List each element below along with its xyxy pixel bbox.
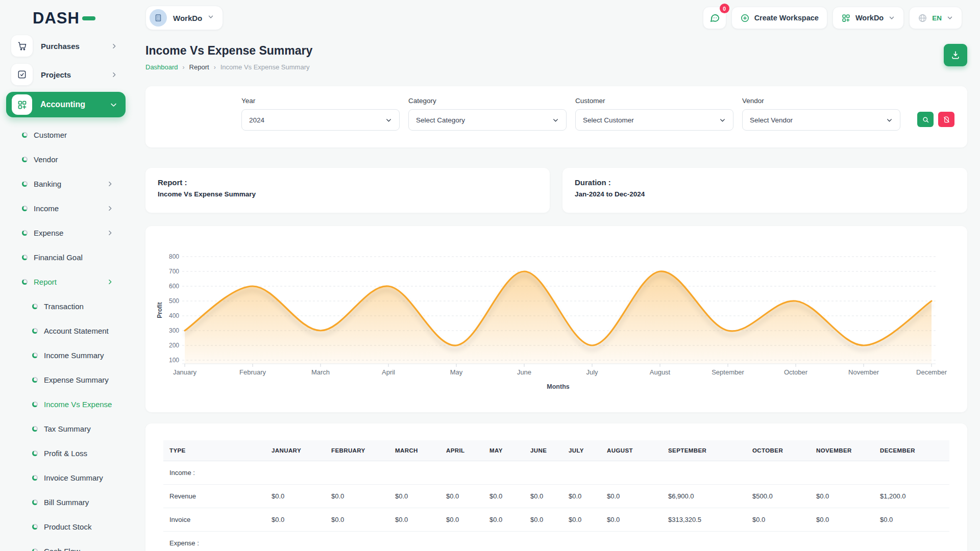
filter-category-select[interactable]: Select Category: [408, 109, 567, 131]
cell-value: $0.0: [440, 485, 483, 508]
language-selector[interactable]: EN: [909, 7, 962, 29]
sidebar-item-banking[interactable]: Banking: [0, 171, 126, 196]
sidebar-item-product-stock[interactable]: Product Stock: [0, 514, 126, 539]
cell-value: $0.0: [562, 508, 601, 532]
download-report-button[interactable]: [944, 44, 967, 66]
sidebar-item-purchases[interactable]: Purchases: [6, 35, 126, 57]
workspace-menu-button[interactable]: WorkDo: [832, 7, 904, 29]
chevron-right-icon: [107, 230, 113, 236]
chevron-right-icon: [111, 43, 117, 49]
bullet-icon: [32, 353, 38, 358]
chevron-down-icon: [385, 117, 392, 123]
chevron-right-icon: [107, 205, 113, 212]
sidebar-item-report[interactable]: Report: [0, 269, 126, 294]
sidebar-item-projects[interactable]: Projects: [6, 63, 126, 86]
sidebar-item-expense-summary[interactable]: Expense Summary: [0, 367, 126, 392]
language-code: EN: [932, 14, 942, 22]
breadcrumb-dashboard[interactable]: Dashboard: [145, 63, 178, 71]
sidebar-item-customer[interactable]: Customer: [0, 122, 126, 147]
filter-label-category: Category: [408, 97, 567, 105]
cell-value: $0.0: [325, 485, 389, 508]
sidebar-item-financial-goal[interactable]: Financial Goal: [0, 245, 126, 269]
apply-filter-button[interactable]: [917, 112, 934, 127]
sidebar-item-label: Transaction: [44, 302, 126, 311]
topbar-actions: 0 Create Workspace WorkDo EN: [703, 7, 962, 29]
breadcrumb-report[interactable]: Report: [189, 63, 209, 71]
table-header-row: TYPEJANUARYFEBRUARYMARCHAPRILMAYJUNEJULY…: [163, 440, 949, 461]
workspace-switcher[interactable]: WorkDo: [145, 6, 223, 30]
logo-dash-accent: [82, 16, 95, 20]
svg-text:800: 800: [169, 253, 179, 260]
svg-text:600: 600: [169, 283, 179, 290]
sidebar-item-invoice-summary[interactable]: Invoice Summary: [0, 465, 126, 490]
grid-plus-icon: [841, 13, 851, 23]
filter-year-select[interactable]: 2024: [241, 109, 400, 131]
page-title: Income Vs Expense Summary: [145, 44, 312, 58]
bullet-icon: [32, 377, 38, 383]
bullet-icon: [32, 328, 38, 334]
svg-text:March: March: [311, 368, 330, 376]
row-label: Invoice: [163, 508, 265, 532]
sidebar-item-expense[interactable]: Expense: [0, 220, 126, 245]
dash-logo: DASH: [33, 9, 133, 28]
sidebar-item-income-vs-expense[interactable]: Income Vs Expense: [0, 392, 126, 416]
page-header: Income Vs Expense Summary Dashboard›Repo…: [145, 44, 967, 71]
sidebar-item-label: Cash Flow: [44, 547, 126, 551]
reset-filter-button[interactable]: [938, 112, 954, 127]
filter-vendor-select[interactable]: Select Vendor: [742, 109, 900, 131]
section-label: Income :: [163, 461, 949, 485]
column-header: OCTOBER: [746, 440, 810, 461]
cell-value: $0.0: [601, 485, 662, 508]
cell-value: $0.0: [524, 485, 562, 508]
summary-cards: Report : Income Vs Expense Summary Durat…: [145, 168, 967, 213]
column-header: AUGUST: [601, 440, 662, 461]
sidebar-item-profit-loss[interactable]: Profit & Loss: [0, 441, 126, 465]
table-section-row: Income :: [163, 461, 949, 485]
sidebar-item-label: Purchases: [41, 42, 111, 51]
duration-summary-card: Duration : Jan-2024 to Dec-2024: [562, 168, 967, 213]
main-content: WorkDo 0 Create Workspace WorkDo: [145, 0, 967, 551]
breadcrumb-income-vs-expense-summary: Income Vs Expense Summary: [220, 63, 310, 71]
filter-actions: [917, 112, 954, 131]
svg-text:April: April: [382, 368, 395, 376]
sidebar-item-bill-summary[interactable]: Bill Summary: [0, 490, 126, 514]
cell-value: $0.0: [325, 508, 389, 532]
sidebar-item-cash-flow[interactable]: Cash Flow: [0, 539, 126, 551]
table-row: Invoice$0.0$0.0$0.0$0.0$0.0$0.0$0.0$0.0$…: [163, 508, 949, 532]
logo-text: DASH: [33, 9, 80, 28]
sidebar-item-transaction[interactable]: Transaction: [0, 294, 126, 318]
sidebar-menu: Purchases Projects Accounting Customer V…: [0, 35, 133, 551]
sidebar-item-label: Vendor: [34, 155, 126, 164]
sidebar-item-label: Customer: [34, 131, 126, 139]
sidebar-item-account-statement[interactable]: Account Statement: [0, 318, 126, 343]
sidebar-item-accounting[interactable]: Accounting: [6, 92, 126, 117]
topbar: WorkDo 0 Create Workspace WorkDo: [145, 0, 967, 36]
column-header: TYPE: [163, 440, 265, 461]
filter-customer-select[interactable]: Select Customer: [575, 109, 733, 131]
sidebar-item-label: Invoice Summary: [44, 473, 126, 482]
messages-button[interactable]: 0: [703, 7, 726, 29]
sidebar: DASH Purchases Projects Accounting Custo…: [0, 0, 133, 551]
create-workspace-button[interactable]: Create Workspace: [731, 7, 827, 29]
sidebar-item-tax-summary[interactable]: Tax Summary: [0, 416, 126, 441]
sidebar-item-income-summary[interactable]: Income Summary: [0, 343, 126, 367]
sidebar-item-label: Bill Summary: [44, 498, 126, 507]
filter-label-vendor: Vendor: [742, 97, 900, 105]
sidebar-item-label: Profit & Loss: [44, 449, 126, 458]
filter-label-year: Year: [241, 97, 400, 105]
filter-field-category: Category Select Category: [408, 97, 567, 131]
sidebar-item-income[interactable]: Income: [0, 196, 126, 220]
breadcrumb: Dashboard›Report›Income Vs Expense Summa…: [145, 63, 312, 71]
report-value: Income Vs Expense Summary: [158, 190, 537, 198]
selected-value: 2024: [249, 116, 385, 124]
sidebar-item-vendor[interactable]: Vendor: [0, 147, 126, 171]
bullet-icon: [22, 132, 28, 138]
income-vs-expense-table: TYPEJANUARYFEBRUARYMARCHAPRILMAYJUNEJULY…: [163, 440, 949, 551]
messages-count-badge: 0: [720, 4, 729, 13]
check-square-icon: [11, 64, 33, 85]
svg-text:Profit: Profit: [156, 302, 163, 318]
svg-text:700: 700: [169, 268, 179, 275]
sidebar-item-label: Product Stock: [44, 522, 126, 531]
svg-text:January: January: [173, 368, 197, 376]
column-header: MAY: [483, 440, 524, 461]
